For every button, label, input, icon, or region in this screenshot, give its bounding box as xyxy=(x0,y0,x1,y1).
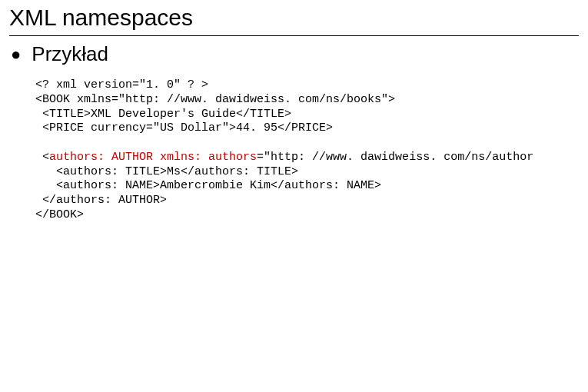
code-line-2: <BOOK xmlns="http: //www. dawidweiss. co… xyxy=(35,93,395,106)
code-line-10: </BOOK> xyxy=(35,208,84,221)
code-line-4: <PRICE currency="US Dollar">44. 95</PRIC… xyxy=(35,121,333,135)
subtitle: Przykład xyxy=(32,42,108,66)
code-line-6e: ="http: //www. dawidweiss. com/ns/author xyxy=(257,151,533,164)
code-line-6a: < xyxy=(35,151,49,164)
slide-title: XML namespaces xyxy=(9,5,579,36)
slide: XML namespaces ● Przykład <? xml version… xyxy=(0,0,588,392)
code-block: <? xml version="1. 0" ? > <BOOK xmlns="h… xyxy=(35,78,579,223)
code-line-6b: authors: AUTHOR xyxy=(49,151,153,164)
code-line-6d: xmlns: authors xyxy=(160,151,257,164)
code-line-6c xyxy=(153,151,160,164)
code-line-9: </authors: AUTHOR> xyxy=(35,194,167,207)
code-line-7: <authors: TITLE>Ms</authors: TITLE> xyxy=(35,165,298,178)
code-line-1: <? xml version="1. 0" ? > xyxy=(35,78,208,91)
code-line-8: <authors: NAME>Ambercrombie Kim</authors… xyxy=(35,179,381,192)
bullet-icon: ● xyxy=(11,46,21,63)
code-line-3: <TITLE>XML Developer's Guide</TITLE> xyxy=(35,108,291,121)
subtitle-row: ● Przykład xyxy=(11,42,579,66)
